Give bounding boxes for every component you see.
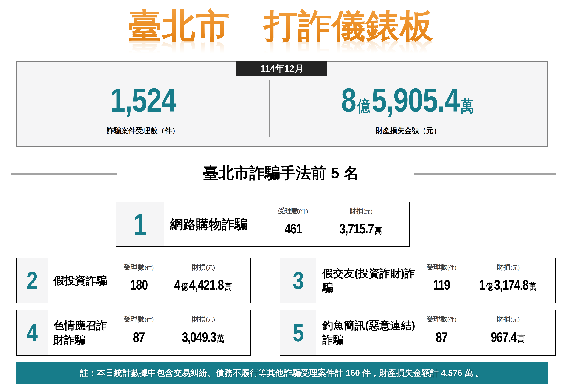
- fraud-card-rank-1: 1 網路購物詐騙 受理數(件) 461 財損(元) 3,715.7萬: [116, 202, 410, 247]
- loss-column: 財損(元) 1億3,174.8萬: [467, 258, 555, 303]
- loss-header: 財損(元): [467, 263, 550, 272]
- cases-column: 受理數(件) 87: [416, 310, 467, 355]
- loss-header: 財損(元): [162, 263, 245, 272]
- rank-badge: 1: [116, 202, 164, 246]
- total-loss-number: 8億5,905.4萬: [341, 83, 475, 117]
- rank-badge: 3: [280, 258, 316, 303]
- divider-line-left: [11, 173, 117, 175]
- rank-number: 1: [133, 209, 147, 239]
- cases-column: 受理數(件) 87: [115, 310, 162, 355]
- total-loss-value: 8億5,905.4萬: [327, 83, 490, 117]
- rank-number: 2: [27, 268, 38, 293]
- page-title: 臺北市 打詐儀錶板: [128, 7, 434, 45]
- cases-header: 受理數(件): [416, 314, 467, 324]
- page-header: 臺北市 打詐儀錶板: [0, 7, 562, 45]
- cases-column: 受理數(件) 119: [416, 258, 467, 303]
- rank-badge: 4: [17, 310, 47, 355]
- ranking-section-header: 臺北市詐騙手法前 5 名: [0, 163, 562, 186]
- fraud-type-name: 色情應召詐財詐騙: [47, 310, 115, 355]
- cases-value: 119: [416, 272, 467, 298]
- fraud-card-rank-3: 3 假交友(投資詐財)詐騙 受理數(件) 119 財損(元) 1億3,174.8…: [280, 258, 556, 303]
- cases-header: 受理數(件): [416, 263, 467, 272]
- loss-column: 財損(元) 3,049.3萬: [162, 310, 250, 355]
- rank-number: 4: [27, 321, 38, 345]
- fraud-type-name: 假交友(投資詐財)詐騙: [316, 258, 416, 303]
- vertical-divider: [269, 80, 270, 137]
- ranking-section-title: 臺北市詐騙手法前 5 名: [0, 163, 562, 183]
- loss-column: 財損(元) 4億4,421.8萬: [162, 258, 250, 303]
- fraud-type-name: 網路購物詐騙: [164, 202, 268, 246]
- cases-value: 87: [115, 324, 162, 350]
- cases-value: 180: [115, 272, 162, 298]
- rank-badge: 5: [280, 310, 316, 355]
- cases-column: 受理數(件) 180: [115, 258, 162, 303]
- cases-column: 受理數(件) 461: [268, 202, 318, 246]
- loss-value: 4億4,421.8萬: [162, 272, 245, 298]
- cases-header: 受理數(件): [115, 314, 162, 324]
- divider-line-right: [414, 173, 556, 175]
- loss-value: 1億3,174.8萬: [467, 272, 550, 298]
- loss-header: 財損(元): [162, 314, 245, 324]
- total-cases-number: 1,524: [110, 83, 176, 117]
- fraud-type-name: 釣魚簡訊(惡意連結)詐騙: [316, 310, 416, 355]
- rank-number: 3: [293, 268, 304, 293]
- loss-header: 財損(元): [467, 314, 550, 324]
- total-cases-value: 1,524: [103, 83, 183, 117]
- loss-column: 財損(元) 967.4萬: [467, 310, 555, 355]
- fraud-card-rank-4: 4 色情應召詐財詐騙 受理數(件) 87 財損(元) 3,049.3萬: [16, 310, 251, 356]
- cases-header: 受理數(件): [115, 263, 162, 272]
- summary-panel: 114年12月 1,524 詐騙案件受理數（件） 8億5,905.4萬 財產損失…: [16, 61, 548, 147]
- loss-header: 財損(元): [318, 206, 404, 216]
- fraud-type-name: 假投資詐騙: [47, 258, 115, 303]
- anti-fraud-dashboard: { "colors": { "accent_teal": "#177C8A", …: [0, 0, 562, 392]
- statistics-footnote: 註：本日統計數據中包含交易糾紛、債務不履行等其他詐騙受理案件計 160 件，財產…: [16, 362, 548, 384]
- rank-number: 5: [293, 321, 304, 345]
- cases-header: 受理數(件): [268, 206, 318, 216]
- loss-value: 3,049.3萬: [162, 324, 245, 350]
- cases-value: 461: [268, 216, 318, 242]
- loss-value: 3,715.7萬: [318, 216, 404, 242]
- loss-column: 財損(元) 3,715.7萬: [318, 202, 410, 246]
- loss-value: 967.4萬: [467, 324, 550, 350]
- period-badge: 114年12月: [236, 61, 328, 76]
- total-cases-label: 詐騙案件受理數（件）: [107, 126, 179, 136]
- stat-total-cases: 1,524 詐騙案件受理數（件）: [17, 61, 269, 146]
- total-loss-label: 財產損失金額（元）: [375, 126, 441, 136]
- fraud-card-rank-5: 5 釣魚簡訊(惡意連結)詐騙 受理數(件) 87 財損(元) 967.4萬: [280, 310, 556, 356]
- fraud-card-rank-2: 2 假投資詐騙 受理數(件) 180 財損(元) 4億4,421.8萬: [16, 258, 251, 303]
- cases-value: 87: [416, 324, 467, 350]
- rank-badge: 2: [17, 258, 47, 303]
